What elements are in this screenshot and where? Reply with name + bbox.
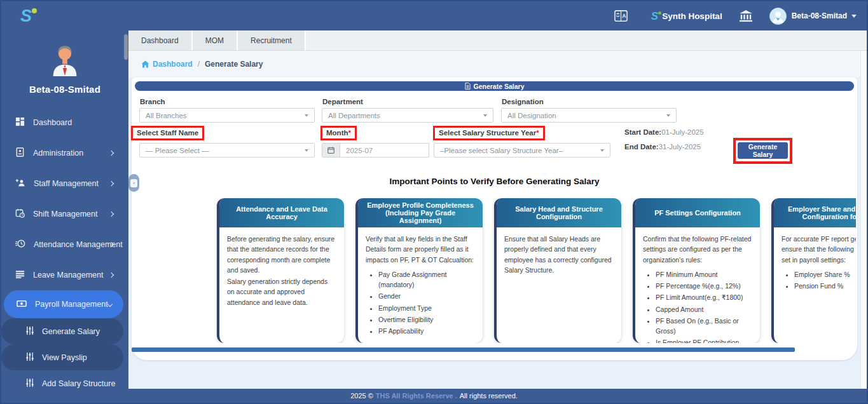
start-date: Start Date:01-July-2025 — [624, 128, 704, 136]
sidebar-item-attendance-management[interactable]: Attendance Management — [1, 229, 128, 260]
month-label-text: Month — [326, 129, 348, 137]
start-date-label: Start Date: — [624, 128, 661, 136]
sidebar-subitem-label: Generate Salary — [42, 327, 100, 336]
cards-row: Attendance and Leave Data Accuracy Befor… — [132, 198, 856, 343]
salary-structure-year-value: –Please select Salary Structure Year– — [440, 147, 563, 154]
sliders-icon — [25, 378, 34, 389]
card-bullet: Employer Share % — [794, 269, 856, 279]
sidebar-item-dashboard[interactable]: Dashboard — [1, 107, 128, 138]
sidebar-subitem-generate-salary[interactable]: Generate Salary — [1, 318, 123, 344]
logo-dot-icon — [32, 8, 37, 13]
card-attendance-leave-accuracy: Attendance and Leave Data Accuracy Befor… — [217, 198, 344, 343]
logo-letter: S — [651, 10, 658, 22]
tab-dashboard[interactable]: Dashboard — [128, 30, 193, 50]
shift-management-icon — [15, 208, 25, 220]
user-avatar[interactable] — [769, 8, 787, 25]
generate-salary-button[interactable]: Generate Salary — [738, 142, 788, 159]
breadcrumb-home-label: Dashboard — [153, 60, 193, 69]
card-bullet: PF Percentage %(e.g., 12%) — [656, 281, 752, 291]
sidebar-subitem-add-salary-structure[interactable]: Add Salary Structure — [1, 370, 128, 389]
card-title: PF Settings Configuration — [635, 198, 760, 227]
user-menu[interactable]: Beta-08-Smitad — [792, 11, 857, 20]
branch-select-value: All Branches — [146, 112, 187, 119]
attendance-management-icon — [15, 239, 25, 250]
breadcrumb-home-link[interactable]: Dashboard — [141, 60, 193, 69]
home-icon — [141, 60, 149, 68]
top-header-bar: S A S Synth Hospital Beta-08-Smitad — [1, 1, 867, 30]
sidebar: Beta-08-Smitad Dashboard Administration … — [1, 30, 128, 389]
month-label: Month* — [320, 126, 357, 140]
horizontal-scrollbar-thumb[interactable] — [132, 347, 795, 352]
generate-salary-panel: Generate Salary Branch Department Design… — [132, 77, 857, 360]
card-bullet-list: Pay Grade Assignment (mandatory) Gender … — [378, 269, 475, 337]
sidebar-subitem-view-payslip[interactable]: View Payslip — [1, 344, 123, 370]
panel-collapse-button[interactable]: ‹ — [128, 174, 139, 192]
vertical-scrollbar[interactable] — [860, 51, 867, 389]
footer: 2025 © THS All Rights Reserve . All righ… — [1, 389, 867, 403]
app-logo[interactable]: S — [20, 8, 32, 25]
panel-title: Generate Salary — [474, 83, 525, 90]
card-body: For accurate PF report generation, ensur… — [774, 227, 856, 299]
staff-name-select[interactable]: — Please Select — — [139, 143, 315, 158]
translate-icon[interactable]: A — [614, 9, 628, 24]
sidebar-menu: Dashboard Administration Staff Managemen… — [1, 107, 128, 389]
start-date-value: 01-July-2025 — [661, 128, 703, 136]
chevron-right-icon — [109, 212, 114, 217]
card-pf-settings: PF Settings Configuration Confirm that t… — [633, 198, 760, 343]
required-asterisk: * — [348, 129, 350, 137]
footer-brand-link[interactable]: THS All Rights Reserve . — [376, 392, 457, 400]
card-paragraph: For accurate PF report generation, ensur… — [782, 234, 856, 265]
horizontal-scrollbar — [132, 347, 857, 352]
hospital-name: Synth Hospital — [662, 11, 722, 21]
card-bullet: PF Minimum Amount — [656, 269, 752, 279]
card-employee-profile-completeness: Employee Profile Completeness (Including… — [355, 198, 483, 343]
tab-recruitment[interactable]: Recruitment — [238, 30, 306, 50]
sidebar-scrollbar[interactable] — [124, 34, 128, 60]
card-bullet: Gender — [378, 291, 475, 301]
card-body: Confirm that the following PF-related se… — [635, 227, 760, 343]
main-content: Dashboard MOM Recruitment Dashboard / Ge… — [128, 30, 867, 389]
month-input-group[interactable]: 2025-07 — [322, 143, 429, 158]
calendar-icon — [322, 144, 340, 157]
card-paragraph: Ensure that all Salary Heads are properl… — [504, 234, 614, 275]
sidebar-item-administration[interactable]: Administration — [1, 138, 128, 168]
branch-label: Branch — [140, 98, 165, 105]
card-bullet-list: PF Minimum Amount PF Percentage %(e.g., … — [656, 269, 752, 343]
bank-icon[interactable] — [739, 10, 753, 22]
sidebar-item-shift-management[interactable]: Shift Management — [1, 199, 128, 229]
required-asterisk: * — [536, 129, 539, 137]
card-bullet: Overtime Eligibility — [378, 314, 475, 325]
card-paragraph: Verify that all key fields in the Staff … — [366, 234, 475, 265]
chevron-down-icon — [107, 302, 113, 307]
sidebar-item-leave-management[interactable]: Leave Management — [1, 260, 128, 290]
sidebar-user-avatar — [46, 41, 83, 77]
staff-management-icon — [15, 178, 25, 189]
branch-select[interactable]: All Branches — [139, 108, 315, 123]
leave-management-icon — [15, 269, 25, 281]
logo-letter: S — [20, 6, 32, 25]
svg-text:A: A — [622, 13, 626, 19]
card-bullet: Capped Amount — [656, 304, 752, 314]
tab-mom[interactable]: MOM — [193, 30, 238, 50]
card-title: Salary Head and Structure Configuration — [497, 198, 621, 227]
month-input[interactable]: 2025-07 — [340, 144, 429, 157]
card-bullet: PF Limit Amount(e.g., ₹1800) — [656, 292, 752, 302]
end-date: End Date:31-July-2025 — [624, 143, 701, 151]
salary-structure-year-select[interactable]: –Please select Salary Structure Year– — [434, 143, 610, 158]
sliders-icon — [25, 352, 34, 363]
administration-icon — [15, 147, 25, 159]
hospital-logo: S — [651, 11, 658, 22]
department-select[interactable]: All Departments — [322, 108, 493, 123]
card-body: Verify that all key fields in the Staff … — [358, 227, 483, 343]
end-date-label: End Date: — [624, 143, 659, 151]
staff-name-label: Select Staff Name — [131, 126, 204, 140]
sidebar-item-payroll-management[interactable]: Payroll Management — [4, 290, 123, 318]
sidebar-item-label: Staff Management — [34, 179, 99, 188]
sidebar-item-staff-management[interactable]: Staff Management — [1, 168, 128, 199]
tab-label: Recruitment — [251, 36, 292, 45]
card-bullet: Is Employer PF Contribution included in … — [656, 337, 752, 343]
designation-label: Designation — [502, 98, 544, 105]
sidebar-user-name: Beta-08-Smitad — [1, 84, 128, 95]
sidebar-item-label: Payroll Management — [35, 300, 108, 309]
designation-select[interactable]: All Designation — [501, 108, 677, 123]
